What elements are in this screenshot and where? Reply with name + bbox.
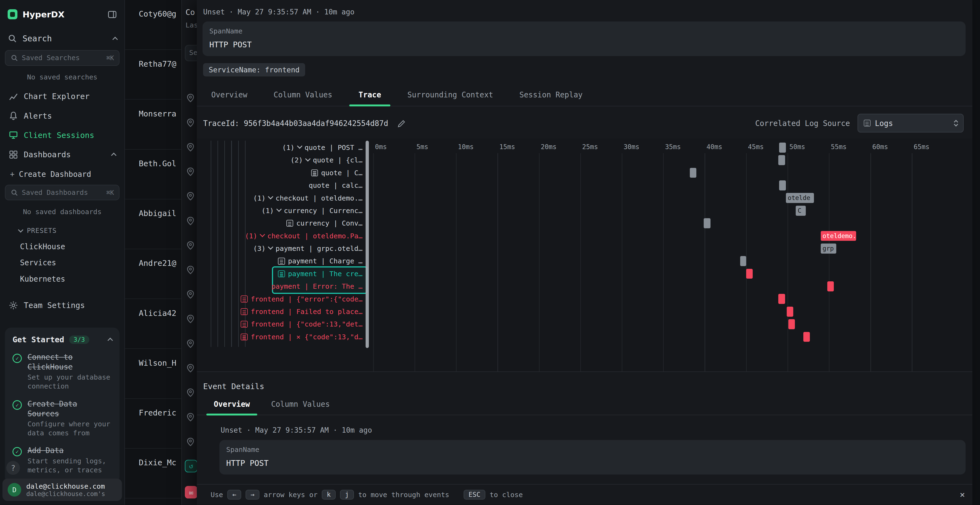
session-replay-icon[interactable]: ↺	[185, 460, 197, 472]
sidebar-item-alerts[interactable]: Alerts	[0, 106, 124, 125]
sidebar-item-dashboards[interactable]: Dashboards	[0, 145, 124, 164]
trace-tree-row[interactable]: (1)quote | POST …	[209, 141, 368, 154]
sidebar-section-search[interactable]: Search	[0, 27, 124, 49]
chevron-down-icon[interactable]	[268, 245, 273, 249]
span-duration-bar[interactable]	[690, 168, 696, 178]
modal-footer: Use ← → arrow keys or k j to move throug…	[197, 484, 972, 505]
tree-chart-divider-handle[interactable]	[366, 141, 369, 348]
chevron-down-icon[interactable]	[276, 206, 282, 212]
sidebar-item-team-settings[interactable]: Team Settings	[0, 296, 124, 315]
footer-close-text: to close	[490, 491, 523, 499]
mail-event-icon[interactable]: ✉	[185, 486, 197, 499]
span-name-value: HTTP POST	[209, 40, 959, 49]
help-button[interactable]: ?	[6, 461, 20, 475]
tab-column-values[interactable]: Column Values	[261, 85, 345, 106]
trace-tree-row[interactable]: (1)checkout | oteldemo.Pa…	[209, 230, 368, 242]
trace-tree-row[interactable]: (1)checkout | oteldemo.…	[209, 192, 368, 204]
chevron-down-icon[interactable]	[268, 194, 273, 199]
chevron-up-icon[interactable]	[108, 338, 112, 341]
span-duration-bar[interactable]: otelde	[786, 193, 814, 203]
get-started-step[interactable]: ✓ Add Data Start sending logs, metrics, …	[13, 446, 112, 475]
log-source-select[interactable]: Logs	[858, 114, 964, 132]
get-started-step[interactable]: ✓ Connect to ClickHouse Set up your data…	[13, 353, 112, 391]
tab-overview[interactable]: Overview	[203, 395, 261, 414]
span-duration-bar[interactable]	[778, 294, 785, 304]
trace-tree-row[interactable]: (3)payment | grpc.oteld…	[209, 242, 368, 255]
span-label: frontend | {"code":13,"det…	[251, 320, 362, 328]
sidebar-item-chart-explorer[interactable]: Chart Explorer	[0, 87, 124, 106]
tab-session-replay[interactable]: Session Replay	[506, 85, 596, 106]
trace-tree-row[interactable]: frontend | Failed to place…	[209, 305, 368, 318]
location-pin-icon	[187, 364, 194, 374]
trace-tree-row[interactable]: frontend | {"code":13,"det…	[209, 318, 368, 330]
span-duration-bar[interactable]	[778, 155, 785, 165]
span-name-label: SpanName	[209, 27, 959, 35]
span-duration-bar[interactable]	[787, 306, 793, 317]
trace-tree-row[interactable]: frontend | × {"code":13,"d…	[209, 330, 368, 343]
chevron-up-icon[interactable]	[113, 37, 117, 41]
get-started-step[interactable]: ✓ Create Data Sources Configure where yo…	[13, 399, 112, 438]
close-icon[interactable]: ×	[960, 489, 965, 500]
preset-item-clickhouse[interactable]: ClickHouse	[0, 238, 124, 255]
preset-item-kubernetes[interactable]: Kubernetes	[0, 271, 124, 287]
user-menu[interactable]: D dale@clickhouse.com dale@clickhouse.co…	[2, 479, 122, 501]
tab-surrounding-context[interactable]: Surrounding Context	[394, 85, 506, 106]
tab-column-values[interactable]: Column Values	[261, 395, 340, 414]
service-name-tag[interactable]: ServiceName: frontend	[203, 63, 305, 76]
trace-tree-row[interactable]: currency | Conv…	[209, 217, 368, 230]
app-window: HyperDX Search Saved Searches ⌘K No save…	[0, 0, 980, 505]
span-duration-bar[interactable]	[704, 218, 710, 228]
app-title: HyperDX	[22, 10, 65, 19]
tick-label: 5ms	[417, 143, 428, 151]
trace-tree-row[interactable]: payment | Error: The …	[209, 280, 368, 292]
span-label: quote | calc…	[309, 181, 363, 189]
get-started-header[interactable]: Get Started 3/3	[13, 335, 112, 344]
span-duration-bar[interactable]	[779, 143, 786, 152]
span-label: frontend | {"error":{"code…	[251, 295, 362, 303]
create-dashboard-button[interactable]: + Create Dashboard	[0, 164, 124, 183]
span-duration-bar[interactable]	[827, 281, 834, 291]
saved-dashboards-input[interactable]: Saved Dashboards ⌘K	[5, 185, 119, 200]
span-name-panel: SpanName HTTP POST	[202, 22, 966, 56]
span-duration-bar[interactable]	[746, 269, 753, 279]
sidebar-item-label: Dashboards	[24, 150, 71, 159]
span-count: (1)	[261, 207, 274, 215]
plus-icon: +	[10, 170, 15, 178]
tab-overview[interactable]: Overview	[198, 85, 261, 106]
saved-searches-input[interactable]: Saved Searches ⌘K	[5, 50, 119, 65]
span-duration-bar[interactable]	[740, 256, 746, 266]
chevron-down-icon[interactable]	[297, 143, 302, 149]
span-duration-bar[interactable]: oteldemo.	[821, 231, 856, 241]
trace-tree-row[interactable]: frontend | {"error":{"code…	[209, 293, 368, 305]
preset-item-services[interactable]: Services	[0, 255, 124, 271]
saved-searches-placeholder: Saved Searches	[22, 54, 80, 62]
chevron-up-icon[interactable]	[112, 152, 116, 156]
presets-toggle[interactable]: PRESETS	[0, 221, 124, 238]
edit-trace-icon[interactable]	[397, 119, 406, 128]
event-tabs: OverviewColumn Values	[197, 395, 972, 415]
trace-tree-row[interactable]: payment | Charge …	[209, 255, 368, 267]
trace-tree-row[interactable]: quote | calc…	[209, 179, 368, 192]
span-duration-bar[interactable]	[803, 332, 810, 342]
chevron-down-icon[interactable]	[260, 232, 265, 237]
sidebar-item-client-sessions[interactable]: Client Sessions	[0, 125, 124, 145]
chevron-down-icon[interactable]	[305, 156, 310, 161]
trace-tree-row[interactable]: (2)quote | {cl…	[209, 154, 368, 167]
footer-arrows-text: arrow keys or	[264, 491, 318, 499]
grid-line	[581, 153, 581, 372]
trace-tree-row[interactable]: (1)currency | Currenc…	[209, 204, 368, 217]
footer-use-text: Use	[211, 491, 223, 499]
get-started-card: Get Started 3/3 ✓ Connect to ClickHouse …	[5, 327, 119, 483]
sidebar-item-label: Alerts	[24, 111, 52, 121]
trace-tree-row[interactable]: quote | C…	[209, 167, 368, 179]
search-section-icon	[8, 34, 17, 43]
event-span-name-panel: SpanName HTTP POST	[220, 440, 966, 475]
span-duration-bar[interactable]	[779, 180, 786, 191]
span-duration-bar[interactable]: grp	[821, 243, 837, 254]
collapse-sidebar-icon[interactable]	[108, 10, 117, 19]
tab-trace[interactable]: Trace	[345, 85, 394, 106]
user-subtext: dale@clickhouse.com's	[26, 490, 105, 497]
trace-tree-row[interactable]: payment | The cre…	[209, 267, 368, 280]
span-duration-bar[interactable]: C	[796, 206, 806, 216]
span-duration-bar[interactable]	[788, 319, 795, 329]
